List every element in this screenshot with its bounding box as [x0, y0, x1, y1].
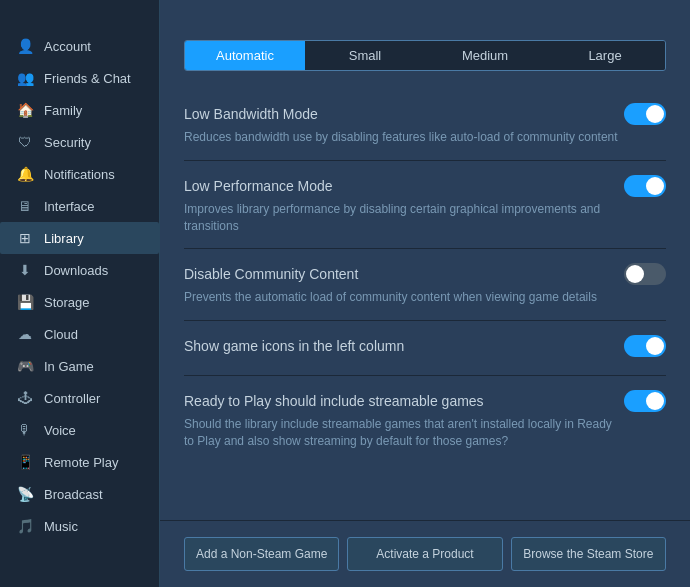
setting-header-low-performance: Low Performance Mode — [184, 175, 666, 197]
sidebar-item-voice[interactable]: 🎙 Voice — [0, 414, 159, 446]
setting-name-ready-to-play: Ready to Play should include streamable … — [184, 393, 484, 409]
in-game-icon: 🎮 — [16, 357, 34, 375]
sidebar-item-in-game[interactable]: 🎮 In Game — [0, 350, 159, 382]
setting-name-low-bandwidth: Low Bandwidth Mode — [184, 106, 318, 122]
sidebar: 👤 Account 👥 Friends & Chat 🏠 Family 🛡 Se… — [0, 0, 160, 587]
toggle-knob-game-icons — [646, 337, 664, 355]
content-area: AutomaticSmallMediumLarge Low Bandwidth … — [160, 30, 690, 520]
toggle-knob-low-performance — [646, 177, 664, 195]
size-option-medium[interactable]: Medium — [425, 41, 545, 70]
toggle-game-icons[interactable] — [624, 335, 666, 357]
sidebar-item-remote-play[interactable]: 📱 Remote Play — [0, 446, 159, 478]
broadcast-icon: 📡 — [16, 485, 34, 503]
setting-row-low-performance: Low Performance Mode Improves library pe… — [184, 160, 666, 249]
sidebar-item-downloads[interactable]: ⬇ Downloads — [0, 254, 159, 286]
sidebar-label-in-game: In Game — [44, 359, 94, 374]
close-button[interactable] — [672, 8, 680, 12]
size-option-automatic[interactable]: Automatic — [185, 41, 305, 70]
sidebar-label-remote-play: Remote Play — [44, 455, 118, 470]
downloads-icon: ⬇ — [16, 261, 34, 279]
main-content: AutomaticSmallMediumLarge Low Bandwidth … — [160, 0, 690, 587]
sidebar-label-friends-chat: Friends & Chat — [44, 71, 131, 86]
browse-store-button[interactable]: Browse the Steam Store — [511, 537, 666, 571]
sidebar-label-library: Library — [44, 231, 84, 246]
setting-header-disable-community: Disable Community Content — [184, 263, 666, 285]
family-icon: 🏠 — [16, 101, 34, 119]
voice-icon: 🎙 — [16, 421, 34, 439]
interface-icon: 🖥 — [16, 197, 34, 215]
notifications-icon: 🔔 — [16, 165, 34, 183]
sidebar-label-family: Family — [44, 103, 82, 118]
sidebar-title — [0, 10, 159, 30]
sidebar-label-cloud: Cloud — [44, 327, 78, 342]
music-icon: 🎵 — [16, 517, 34, 535]
toggle-knob-disable-community — [626, 265, 644, 283]
setting-desc-disable-community: Prevents the automatic load of community… — [184, 289, 618, 306]
setting-name-disable-community: Disable Community Content — [184, 266, 358, 282]
sidebar-label-voice: Voice — [44, 423, 76, 438]
toggle-ready-to-play[interactable] — [624, 390, 666, 412]
setting-row-game-icons: Show game icons in the left column — [184, 320, 666, 375]
sidebar-item-broadcast[interactable]: 📡 Broadcast — [0, 478, 159, 510]
sidebar-label-broadcast: Broadcast — [44, 487, 103, 502]
toggle-knob-ready-to-play — [646, 392, 664, 410]
toggle-knob-low-bandwidth — [646, 105, 664, 123]
sidebar-item-interface[interactable]: 🖥 Interface — [0, 190, 159, 222]
account-icon: 👤 — [16, 37, 34, 55]
setting-header-ready-to-play: Ready to Play should include streamable … — [184, 390, 666, 412]
security-icon: 🛡 — [16, 133, 34, 151]
setting-row-low-bandwidth: Low Bandwidth Mode Reduces bandwidth use… — [184, 89, 666, 160]
setting-header-game-icons: Show game icons in the left column — [184, 335, 666, 357]
friends-chat-icon: 👥 — [16, 69, 34, 87]
sidebar-label-interface: Interface — [44, 199, 95, 214]
library-icon: ⊞ — [16, 229, 34, 247]
remote-play-icon: 📱 — [16, 453, 34, 471]
setting-desc-ready-to-play: Should the library include streamable ga… — [184, 416, 618, 450]
sidebar-label-storage: Storage — [44, 295, 90, 310]
sidebar-item-library[interactable]: ⊞ Library — [0, 222, 159, 254]
sidebar-label-notifications: Notifications — [44, 167, 115, 182]
size-selector: AutomaticSmallMediumLarge — [184, 40, 666, 71]
toggle-disable-community[interactable] — [624, 263, 666, 285]
sidebar-item-friends-chat[interactable]: 👥 Friends & Chat — [0, 62, 159, 94]
sidebar-label-controller: Controller — [44, 391, 100, 406]
setting-desc-low-bandwidth: Reduces bandwidth use by disabling featu… — [184, 129, 618, 146]
setting-header-low-bandwidth: Low Bandwidth Mode — [184, 103, 666, 125]
add-non-steam-button[interactable]: Add a Non-Steam Game — [184, 537, 339, 571]
toggle-low-bandwidth[interactable] — [624, 103, 666, 125]
sidebar-label-account: Account — [44, 39, 91, 54]
activate-product-button[interactable]: Activate a Product — [347, 537, 502, 571]
setting-name-game-icons: Show game icons in the left column — [184, 338, 404, 354]
page-title — [160, 0, 690, 30]
settings-list: Low Bandwidth Mode Reduces bandwidth use… — [184, 89, 666, 464]
controller-icon: 🕹 — [16, 389, 34, 407]
sidebar-item-controller[interactable]: 🕹 Controller — [0, 382, 159, 414]
sidebar-item-notifications[interactable]: 🔔 Notifications — [0, 158, 159, 190]
size-option-large[interactable]: Large — [545, 41, 665, 70]
setting-desc-low-performance: Improves library performance by disablin… — [184, 201, 618, 235]
sidebar-label-music: Music — [44, 519, 78, 534]
sidebar-items-container: 👤 Account 👥 Friends & Chat 🏠 Family 🛡 Se… — [0, 30, 159, 542]
sidebar-item-security[interactable]: 🛡 Security — [0, 126, 159, 158]
sidebar-item-music[interactable]: 🎵 Music — [0, 510, 159, 542]
size-option-small[interactable]: Small — [305, 41, 425, 70]
sidebar-item-account[interactable]: 👤 Account — [0, 30, 159, 62]
sidebar-label-security: Security — [44, 135, 91, 150]
bottom-buttons: Add a Non-Steam GameActivate a ProductBr… — [160, 520, 690, 587]
sidebar-item-cloud[interactable]: ☁ Cloud — [0, 318, 159, 350]
sidebar-label-downloads: Downloads — [44, 263, 108, 278]
setting-row-ready-to-play: Ready to Play should include streamable … — [184, 375, 666, 464]
setting-row-disable-community: Disable Community Content Prevents the a… — [184, 248, 666, 320]
storage-icon: 💾 — [16, 293, 34, 311]
sidebar-item-storage[interactable]: 💾 Storage — [0, 286, 159, 318]
toggle-low-performance[interactable] — [624, 175, 666, 197]
sidebar-item-family[interactable]: 🏠 Family — [0, 94, 159, 126]
setting-name-low-performance: Low Performance Mode — [184, 178, 333, 194]
cloud-icon: ☁ — [16, 325, 34, 343]
